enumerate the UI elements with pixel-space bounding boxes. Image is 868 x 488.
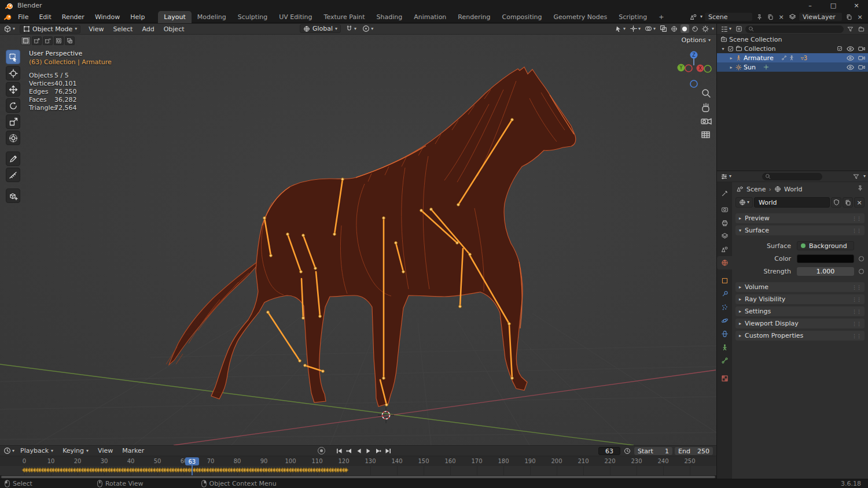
strength-value-field[interactable]: 1.000 [797,267,854,276]
camera-view-icon[interactable] [701,119,711,124]
panel-ray-visibility[interactable]: ▸Ray Visibility⋮⋮ [735,294,865,304]
properties-filter-icon[interactable] [852,172,861,181]
select-mode-intersect[interactable] [65,36,75,45]
properties-tab-object-data[interactable] [717,341,732,354]
tool-move[interactable] [6,82,20,97]
snapping-magnet-icon[interactable]: ▾ [344,24,358,33]
armature-disclosure[interactable]: ▸ [729,56,734,61]
workspace-tab-scripting[interactable]: Scripting [613,11,653,23]
tool-select-box[interactable] [6,50,20,64]
minimize-button[interactable]: – [799,0,822,11]
timeline-menu-playback[interactable]: Playback▾ [16,447,58,454]
viewport-menu-view[interactable]: View [84,25,108,33]
viewport-menu-select[interactable]: Select [108,25,137,33]
view-layer-name-field[interactable]: ViewLayer [799,12,843,21]
outliner-row-collection[interactable]: ▾ Collection [717,44,868,53]
properties-tab-modifiers[interactable] [717,287,732,301]
selectability-dropdown[interactable]: ▾ [614,24,627,33]
properties-tab-scene[interactable] [717,243,732,256]
outliner-search-input[interactable] [745,25,844,33]
shading-dropdown-caret[interactable]: ▾ [712,27,714,31]
viewport-menu-add[interactable]: Add [137,25,159,33]
keying-set-clock-icon[interactable] [623,447,632,455]
tool-scale[interactable] [6,114,20,129]
surface-shader-dropdown[interactable]: Background [797,241,854,250]
hide-eye-icon[interactable] [847,65,854,70]
properties-tab-bone[interactable] [717,354,732,367]
world-name-field[interactable]: World [754,197,830,208]
close-button[interactable]: × [845,0,868,11]
gizmo-z-neg-axis[interactable] [690,80,697,87]
world-browse-button[interactable]: ▾ [735,197,753,208]
workspace-tab-shading[interactable]: Shading [371,11,409,23]
zoom-icon[interactable] [703,90,710,97]
view-layer-new-icon[interactable] [844,12,854,21]
timeline-scrollbar[interactable] [0,475,716,479]
3d-viewport[interactable]: Z Y X [0,35,716,445]
panel-custom-properties[interactable]: ▸Custom Properties⋮⋮ [735,331,865,341]
panel-surface[interactable]: ▾Surface⋮⋮ [735,225,865,235]
jump-to-end-button[interactable] [384,447,393,455]
workspace-tab-animation[interactable]: Animation [408,11,452,23]
properties-tab-world[interactable] [717,256,732,269]
scene-pin-icon[interactable] [755,12,764,21]
panel-preview[interactable]: ▸Preview⋮⋮ [735,213,865,223]
navigation-gizmo[interactable]: Z Y X [678,51,712,88]
tool-rotate[interactable] [6,98,20,113]
workspace-tab-texture-paint[interactable]: Texture Paint [318,11,371,23]
scene-new-icon[interactable] [766,12,775,21]
workspace-tab-layout[interactable]: Layout [158,11,191,23]
select-mode-subtract[interactable] [43,36,53,45]
outliner-editor-type-button[interactable]: ▾ [719,25,733,34]
shading-material-button[interactable] [691,24,700,33]
proportional-editing-icon[interactable]: ▾ [361,24,374,33]
color-keyframe-dot[interactable] [859,256,864,261]
outliner-filter-mode-icon[interactable] [734,24,744,34]
auto-key-button[interactable] [318,447,325,454]
frame-start-field[interactable]: Start1 [634,447,672,455]
panel-volume[interactable]: ▸Volume⋮⋮ [735,282,865,292]
gizmo-x-neg-axis[interactable] [685,65,692,72]
options-button[interactable]: Options▾ [682,36,711,44]
timeline-scrollbar-handle[interactable] [1,476,715,478]
timeline-menu-keying[interactable]: Keying▾ [58,447,93,454]
ortho-grid-icon[interactable] [702,132,709,138]
current-frame-badge[interactable]: 63 [185,457,199,465]
collection-checkbox[interactable] [727,46,734,52]
properties-tab-particles[interactable] [717,301,732,314]
breadcrumb-scene[interactable]: Scene [746,186,766,193]
tool-measure[interactable] [6,168,20,182]
collection-disclosure[interactable]: ▾ [720,46,726,51]
pin-icon[interactable] [857,185,863,193]
collection-exclude-checkbox[interactable] [837,46,843,51]
disable-render-camera-icon[interactable] [858,46,865,51]
select-mode-extend[interactable] [32,36,42,45]
menu-edit[interactable]: Edit [34,11,56,23]
properties-tab-physics[interactable] [717,314,732,327]
timeline-editor-type-button[interactable]: ▾ [2,446,16,455]
workspace-tab-compositing[interactable]: Compositing [496,11,548,23]
breadcrumb-world[interactable]: World [784,186,803,193]
mode-dropdown[interactable]: Object Mode ▾ [20,25,80,34]
viewport-menu-object[interactable]: Object [159,25,189,33]
hide-eye-icon[interactable] [847,46,854,51]
play-button[interactable] [364,447,373,455]
xray-toggle[interactable] [659,24,668,33]
outliner-row-armature[interactable]: ▸ Armature ▿3 [717,53,868,62]
properties-filter-caret[interactable]: ▾ [863,174,866,179]
panel-settings[interactable]: ▸Settings⋮⋮ [735,306,865,316]
view-layer-remove-icon[interactable]: × [855,12,865,21]
properties-tab-constraints[interactable] [717,327,732,341]
menu-window[interactable]: Window [90,11,125,23]
jump-to-start-button[interactable] [334,447,344,455]
strength-keyframe-dot[interactable] [859,269,864,274]
properties-tab-view-layer[interactable] [717,230,732,243]
next-keyframe-button[interactable] [374,447,383,455]
scene-unlink-icon[interactable]: × [777,12,786,21]
prev-keyframe-button[interactable] [344,447,354,455]
overlays-dropdown[interactable]: ▾ [643,24,657,33]
outliner-row-sun[interactable]: ▸ Sun [717,62,868,72]
shading-solid-button[interactable] [681,24,689,33]
timeline-ruler[interactable]: 63 0102030405060708090100110120130140150… [0,456,716,466]
disable-render-camera-icon[interactable] [858,64,865,70]
